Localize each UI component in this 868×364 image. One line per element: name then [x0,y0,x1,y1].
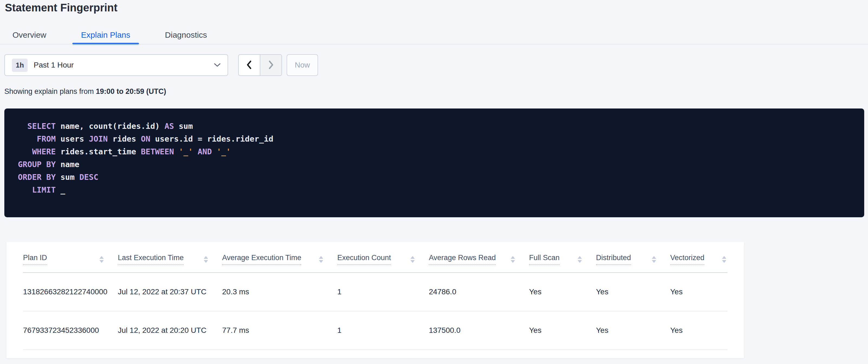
sql-token: sum [56,172,80,182]
sql-token: '_' [216,147,230,156]
cell-last-execution-time: Jul 12, 2022 at 20:37 UTC [118,287,222,296]
column-header-average-rows-read[interactable]: Average Rows Read [429,254,529,265]
sort-icon[interactable] [319,256,323,263]
sql-token: FROM [18,134,56,143]
sql-token: AND [198,147,212,156]
table-header-row: Plan IDLast Execution TimeAverage Execut… [23,242,727,273]
column-header-label[interactable]: Last Execution Time [118,254,184,265]
column-header-full-scan[interactable]: Full Scan [529,254,596,265]
column-header-average-execution-time[interactable]: Average Execution Time [222,254,337,265]
table-body: 13182663282122740000Jul 12, 2022 at 20:3… [23,273,727,350]
column-header-label[interactable]: Execution Count [337,254,391,265]
sort-icon[interactable] [652,256,656,263]
sort-icon[interactable] [578,256,582,263]
plans-table-card: Plan IDLast Execution TimeAverage Execut… [6,242,744,358]
cell-average-rows-read: 137500.0 [429,326,529,335]
sql-token: AS [164,121,174,131]
column-header-label[interactable]: Vectorized [670,254,704,265]
cell-distributed: Yes [596,287,670,296]
cell-average-rows-read: 24786.0 [429,287,529,296]
cell-plan-id: 13182663282122740000 [23,287,118,296]
chevron-left-icon [246,60,253,71]
column-header-label[interactable]: Full Scan [529,254,560,265]
cell-average-execution-time: 77.7 ms [222,326,337,335]
sql-token: users [56,134,89,143]
sql-token: JOIN [89,134,108,143]
time-range-badge: 1h [12,59,28,72]
column-header-execution-count[interactable]: Execution Count [337,254,429,265]
table-row: 13182663282122740000Jul 12, 2022 at 20:3… [23,273,727,311]
cell-distributed: Yes [596,326,670,335]
column-header-plan-id[interactable]: Plan ID [23,254,118,265]
sql-token: GROUP BY [18,160,56,169]
next-time-button[interactable] [260,55,281,76]
sql-token: SELECT [18,121,56,131]
prev-time-button[interactable] [239,55,260,76]
table-row: 767933723452336000Jul 12, 2022 at 20:20 … [23,311,727,350]
cell-plan-id: 767933723452336000 [23,326,118,335]
time-range-select[interactable]: 1h Past 1 Hour [4,54,228,76]
sql-token: sum [174,121,193,131]
sql-token: _ [56,185,65,194]
column-header-label[interactable]: Distributed [596,254,631,265]
cell-vectorized: Yes [670,326,727,335]
sql-token: ORDER BY [18,172,56,182]
tab-bar: OverviewExplain PlansDiagnostics [4,26,216,44]
tab-bar-divider [0,44,868,45]
sql-token: users.id = rides.rider_id [150,134,273,143]
sort-icon[interactable] [511,256,515,263]
page-title: Statement Fingerprint [5,2,118,14]
time-controls: 1h Past 1 Hour Now [4,54,318,76]
chevron-down-icon [214,63,220,67]
time-range-label: Past 1 Hour [34,61,214,69]
sql-token [212,147,216,156]
sql-token: BETWEEN [141,147,174,156]
sql-token [174,147,179,156]
time-nav-group [238,54,282,76]
column-header-label[interactable]: Plan ID [23,254,47,265]
sort-icon[interactable] [99,256,104,263]
sql-token: rides.start_time [56,147,141,156]
cell-full-scan: Yes [529,326,596,335]
sql-token: name [56,160,80,169]
chevron-right-icon [268,60,274,71]
showing-range-bold: 19:00 to 20:59 (UTC) [96,87,166,95]
sql-token [193,147,197,156]
showing-range-prefix: Showing explain plans from [4,87,96,95]
sort-icon[interactable] [410,256,415,263]
statement-fingerprint-page: Statement Fingerprint OverviewExplain Pl… [0,0,868,364]
sql-token: LIMIT [18,185,56,194]
now-button[interactable]: Now [287,54,318,76]
cell-execution-count: 1 [337,287,429,296]
sort-icon[interactable] [722,256,726,263]
sql-statement-box: SELECT name, count(rides.id) AS sum FROM… [4,109,864,217]
tab-explain-plans[interactable]: Explain Plans [72,26,139,44]
sql-token: rides [108,134,141,143]
showing-range-text: Showing explain plans from 19:00 to 20:5… [4,87,166,96]
cell-vectorized: Yes [670,287,727,296]
tab-overview[interactable]: Overview [4,26,55,44]
sql-token: DESC [80,172,98,182]
column-header-last-execution-time[interactable]: Last Execution Time [118,254,222,265]
column-header-distributed[interactable]: Distributed [596,254,670,265]
sql-token: name, count(rides.id) [56,121,165,131]
column-header-label[interactable]: Average Execution Time [222,254,301,265]
cell-average-execution-time: 20.3 ms [222,287,337,296]
cell-last-execution-time: Jul 12, 2022 at 20:20 UTC [118,326,222,335]
sql-token: WHERE [18,147,56,156]
sql-token: '_' [179,147,193,156]
cell-full-scan: Yes [529,287,596,296]
cell-execution-count: 1 [337,326,429,335]
sort-icon[interactable] [204,256,208,263]
column-header-vectorized[interactable]: Vectorized [670,254,727,265]
tab-diagnostics[interactable]: Diagnostics [156,26,216,44]
column-header-label[interactable]: Average Rows Read [429,254,496,265]
sql-token: ON [141,134,150,143]
